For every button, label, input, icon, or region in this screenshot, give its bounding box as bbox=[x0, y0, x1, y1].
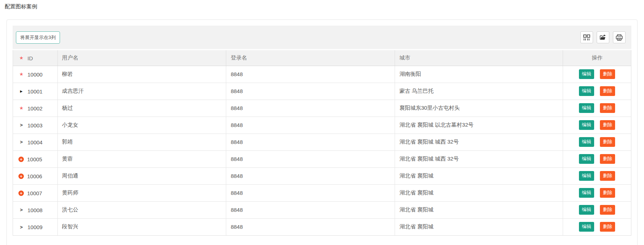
cell-login: 8848 bbox=[226, 218, 395, 235]
cell-login: 8848 bbox=[226, 66, 395, 83]
table-row: +10007 黄药师 8848 湖北省 襄阳城 编辑 删除 bbox=[13, 184, 631, 201]
cell-city: 湖南衡阳 bbox=[395, 66, 563, 83]
export-icon bbox=[600, 34, 606, 40]
example-panel: 将展开显示在3列 bbox=[7, 19, 637, 245]
cell-login: 8848 bbox=[226, 100, 395, 117]
columns-toggle-button[interactable] bbox=[580, 31, 593, 43]
star-icon[interactable]: ★ bbox=[18, 105, 24, 111]
table-toolbar: 将展开显示在3列 bbox=[13, 26, 631, 49]
edit-button[interactable]: 编辑 bbox=[579, 154, 594, 164]
delete-button[interactable]: 删除 bbox=[600, 120, 615, 130]
cell-username: 洪七公 bbox=[57, 201, 226, 218]
cell-login: 8848 bbox=[226, 201, 395, 218]
cell-city: 湖北省 襄阳城 bbox=[395, 218, 563, 235]
edit-button[interactable]: 编辑 bbox=[579, 137, 594, 147]
cell-city: 湖北省 襄阳城 bbox=[395, 167, 563, 184]
edit-button[interactable]: 编辑 bbox=[579, 188, 594, 198]
plus-circle-icon[interactable]: + bbox=[18, 157, 24, 162]
star-icon: ★ bbox=[18, 55, 24, 61]
cell-city: 湖北省 襄阳城 城西 32号 bbox=[395, 134, 563, 150]
header-login: 登录名 bbox=[226, 50, 395, 66]
cell-login: 8848 bbox=[226, 134, 395, 150]
cell-id: 10005 bbox=[27, 156, 42, 162]
cell-id: 10002 bbox=[27, 105, 43, 111]
cell-username: 周伯通 bbox=[57, 167, 226, 184]
table-row: >10009 段智兴 8848 湖北省 襄阳城 编辑 删除 bbox=[13, 218, 631, 235]
table-body: ★10000 柳岩 8848 湖南衡阳 编辑 删除 ▶10001 成吉思汗 88… bbox=[13, 66, 631, 235]
edit-button[interactable]: 编辑 bbox=[579, 205, 594, 215]
cell-city: 湖北省 襄阳城 bbox=[395, 201, 563, 218]
delete-button[interactable]: 删除 bbox=[600, 103, 615, 113]
cell-login: 8848 bbox=[226, 150, 395, 167]
edit-button[interactable]: 编辑 bbox=[579, 86, 594, 96]
cell-city: 湖北省 襄阳城 城西 32号 bbox=[395, 150, 563, 167]
table-row: >10004 郭靖 8848 湖北省 襄阳城 城西 32号 编辑 删除 bbox=[13, 134, 631, 150]
delete-button[interactable]: 删除 bbox=[600, 205, 615, 215]
cell-username: 柳岩 bbox=[57, 66, 226, 83]
edit-button[interactable]: 编辑 bbox=[579, 222, 594, 232]
header-id: ★ID bbox=[13, 50, 57, 66]
chevron-right-icon[interactable]: > bbox=[18, 224, 24, 230]
edit-button[interactable]: 编辑 bbox=[579, 120, 594, 130]
table-container: ★ID 用户名 登录名 城市 操作 ★10000 柳岩 8848 湖南衡阳 编辑… bbox=[13, 50, 631, 236]
cell-login: 8848 bbox=[226, 167, 395, 184]
cell-username: 郭靖 bbox=[57, 134, 226, 150]
star-icon[interactable]: ★ bbox=[18, 71, 24, 77]
data-table: ★ID 用户名 登录名 城市 操作 ★10000 柳岩 8848 湖南衡阳 编辑… bbox=[13, 50, 631, 235]
table-row: >10003 小龙女 8848 湖北省 襄阳城 以北古墓村32号 编辑 删除 bbox=[13, 117, 631, 134]
cell-id: 10004 bbox=[27, 139, 43, 145]
table-row: ▶10001 成吉思汗 8848 蒙古 乌兰巴托 编辑 删除 bbox=[13, 83, 631, 100]
cell-city: 湖北省 襄阳城 以北古墓村32号 bbox=[395, 117, 563, 134]
delete-button[interactable]: 删除 bbox=[600, 222, 615, 232]
cell-username: 黄药师 bbox=[57, 184, 226, 201]
table-row: +10005 黄蓉 8848 湖北省 襄阳城 城西 32号 编辑 删除 bbox=[13, 150, 631, 167]
chevron-right-icon[interactable]: > bbox=[18, 207, 24, 213]
cell-login: 8848 bbox=[226, 184, 395, 201]
cell-id: 10001 bbox=[27, 88, 43, 95]
cell-login: 8848 bbox=[226, 83, 395, 100]
print-icon bbox=[616, 34, 623, 41]
table-row: ★10002 杨过 8848 襄阳城东30里小古屯村头 编辑 删除 bbox=[13, 100, 631, 117]
edit-button[interactable]: 编辑 bbox=[579, 103, 594, 113]
columns-grid-icon bbox=[583, 34, 590, 41]
cell-city: 湖北省 襄阳城 bbox=[395, 184, 563, 201]
print-button[interactable] bbox=[613, 31, 626, 43]
delete-button[interactable]: 删除 bbox=[600, 137, 615, 147]
table-row: >10008 洪七公 8848 湖北省 襄阳城 编辑 删除 bbox=[13, 201, 631, 218]
delete-button[interactable]: 删除 bbox=[600, 188, 615, 198]
cell-username: 小龙女 bbox=[57, 117, 226, 134]
cell-id: 10006 bbox=[27, 173, 42, 179]
delete-button[interactable]: 删除 bbox=[600, 69, 615, 79]
chevron-right-icon[interactable]: > bbox=[18, 139, 24, 145]
caret-right-icon[interactable]: ▶ bbox=[18, 88, 24, 94]
export-button[interactable] bbox=[597, 31, 609, 43]
delete-button[interactable]: 删除 bbox=[600, 154, 615, 164]
cell-id: 10009 bbox=[27, 224, 43, 230]
cell-username: 黄蓉 bbox=[57, 150, 226, 167]
expand-columns-button[interactable]: 将展开显示在3列 bbox=[16, 31, 60, 44]
edit-button[interactable]: 编辑 bbox=[579, 69, 594, 79]
cell-username: 杨过 bbox=[57, 100, 226, 117]
cell-login: 8848 bbox=[226, 117, 395, 134]
cell-city: 蒙古 乌兰巴托 bbox=[395, 83, 563, 100]
plus-circle-icon[interactable]: + bbox=[18, 191, 24, 196]
delete-button[interactable]: 删除 bbox=[600, 86, 615, 96]
cell-username: 成吉思汗 bbox=[57, 83, 226, 100]
header-city: 城市 bbox=[395, 50, 563, 66]
cell-id: 10003 bbox=[27, 122, 43, 128]
plus-circle-icon[interactable]: + bbox=[18, 174, 24, 179]
header-operations: 操作 bbox=[563, 50, 631, 66]
table-row: +10006 周伯通 8848 湖北省 襄阳城 编辑 删除 bbox=[13, 167, 631, 184]
toolbar-right-group bbox=[580, 31, 626, 43]
cell-id: 10008 bbox=[27, 207, 43, 213]
cell-id: 10007 bbox=[27, 190, 42, 196]
delete-button[interactable]: 删除 bbox=[600, 171, 615, 181]
header-row: ★ID 用户名 登录名 城市 操作 bbox=[13, 50, 631, 66]
header-username: 用户名 bbox=[57, 50, 226, 66]
cell-city: 襄阳城东30里小古屯村头 bbox=[395, 100, 563, 117]
header-id-label: ID bbox=[27, 55, 33, 61]
cell-username: 段智兴 bbox=[57, 218, 226, 235]
edit-button[interactable]: 编辑 bbox=[579, 171, 594, 181]
table-row: ★10000 柳岩 8848 湖南衡阳 编辑 删除 bbox=[13, 66, 631, 83]
chevron-right-icon[interactable]: > bbox=[18, 122, 24, 128]
